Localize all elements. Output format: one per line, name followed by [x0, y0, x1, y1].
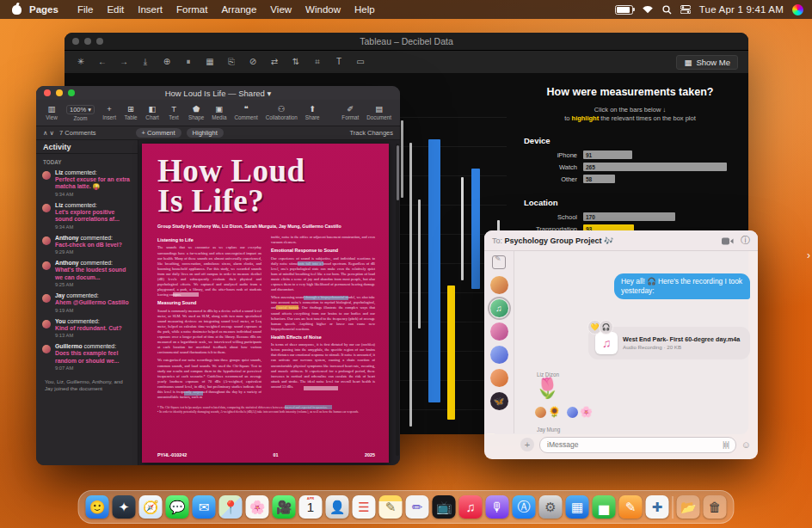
redo-icon[interactable]: →	[118, 57, 130, 67]
comment-item[interactable]: Anthony commented:Fact-check on dB level…	[36, 232, 138, 257]
bar-row-school[interactable]: School170	[522, 212, 738, 222]
sent-message-bubble[interactable]: Hey all! 🎧 Here's the recording I took y…	[614, 273, 750, 299]
search-icon[interactable]	[662, 5, 672, 15]
boxplot-bar[interactable]	[418, 200, 421, 328]
dock-pages[interactable]: ✎	[619, 495, 643, 519]
pause-updates-icon[interactable]: ⏸	[182, 57, 194, 67]
pages-toolbar-document[interactable]: ▤Document	[366, 105, 391, 120]
menu-edit[interactable]: Edit	[100, 4, 131, 15]
tableau-title-bar[interactable]: Tableau – Decibel Data	[65, 33, 748, 51]
dock-reminders[interactable]: ☰	[353, 495, 376, 519]
messages-title-bar[interactable]: To: Psychology Group Project 🎶 ⓘ	[484, 230, 758, 251]
pages-toolbar-view[interactable]: ▥View	[45, 105, 58, 120]
siri-icon[interactable]	[792, 4, 803, 15]
wifi-icon[interactable]	[642, 5, 654, 14]
emoji-picker-icon[interactable]: ☺	[741, 439, 751, 450]
battery-icon[interactable]	[615, 5, 633, 15]
minimize-button[interactable]	[56, 89, 63, 96]
comment-item[interactable]: Jay commented:Ahem @Guillermo Castillo9:…	[36, 290, 138, 315]
bar-mark[interactable]: 58	[583, 175, 615, 183]
conversation-avatar-0[interactable]	[490, 276, 508, 294]
labels-icon[interactable]: T	[333, 57, 345, 67]
conversation-avatar-2[interactable]	[490, 322, 508, 341]
bar-row-iphone[interactable]: iPhone91	[522, 150, 738, 160]
bar-row-watch[interactable]: Watch265	[522, 163, 738, 172]
new-data-source-icon[interactable]: ⊕	[161, 57, 173, 67]
highlight-button[interactable]: Highlight	[187, 128, 224, 138]
bar-mark[interactable]: 265	[583, 163, 727, 171]
dock-mail[interactable]: ✉	[193, 495, 216, 519]
dock-numbers[interactable]: ▅	[593, 495, 616, 519]
document-page[interactable]: How Loud Is Life? Group Study by Anthony…	[142, 144, 389, 463]
audio-message-icon[interactable]: |ı|ı|	[723, 440, 729, 449]
menu-view[interactable]: View	[263, 4, 298, 15]
bar-mark[interactable]: 170	[583, 212, 675, 221]
menu-help[interactable]: Help	[348, 4, 382, 15]
dock-downloads[interactable]: 📂	[677, 495, 700, 519]
menu-arrange[interactable]: Arrange	[214, 4, 263, 15]
clear-sheet-icon[interactable]: ⊘	[247, 57, 259, 67]
apple-menu-icon[interactable]	[12, 5, 22, 15]
undo-icon[interactable]: ←	[96, 57, 108, 67]
pages-toolbar-text[interactable]: TText	[167, 105, 181, 120]
pages-toolbar-shape[interactable]: ⬟Shape	[188, 105, 204, 120]
flower-reply[interactable]: 🌻	[535, 406, 561, 418]
facetime-video-icon[interactable]	[722, 233, 734, 249]
tableau-logo-icon[interactable]: ✳	[75, 57, 87, 67]
conversation-avatar-4[interactable]	[490, 369, 508, 387]
scrollbar-thumb[interactable]	[397, 145, 399, 200]
dock-photos[interactable]: 🌸	[246, 495, 269, 519]
new-worksheet-icon[interactable]: ▦	[204, 57, 216, 67]
show-me-button[interactable]: ▦ Show Me	[676, 55, 738, 70]
zoom-value[interactable]: 100% ▾	[66, 105, 95, 114]
close-button[interactable]	[44, 89, 51, 96]
pages-toolbar-table[interactable]: ⊞Table	[124, 105, 138, 120]
info-icon[interactable]: ⓘ	[741, 234, 750, 247]
dock-notes[interactable]: ✎	[379, 495, 403, 519]
comment-item[interactable]: Liz commented:Perfect excuse for an extr…	[36, 167, 138, 200]
sort-icon[interactable]: ⇅	[290, 57, 302, 67]
dock-freeform[interactable]: ✏	[406, 495, 429, 519]
dock-maps[interactable]: 📍	[219, 495, 243, 519]
dock-contacts[interactable]: 👤	[326, 495, 349, 519]
add-comment-button[interactable]: + Comment	[136, 128, 181, 138]
pages-toolbar-insert[interactable]: +Insert	[102, 105, 116, 120]
dock-keynote[interactable]: ▦	[566, 495, 589, 519]
dock-launchpad[interactable]: ✦	[113, 495, 136, 519]
control-center-icon[interactable]	[680, 5, 691, 14]
dock-settings[interactable]: ⚙	[539, 495, 563, 519]
app-menu-pages[interactable]: Pages	[29, 4, 58, 15]
dock-trash[interactable]: 🗑	[704, 495, 727, 519]
flower-reply[interactable]: 🌸	[567, 406, 593, 418]
menu-insert[interactable]: Insert	[131, 4, 169, 15]
pages-toolbar-media[interactable]: ▣Media	[212, 105, 226, 120]
pages-title-bar[interactable]: How Loud Is Life — Shared ▾	[36, 86, 400, 100]
comment-item[interactable]: Liz commented:Let's explore positive sou…	[36, 200, 138, 232]
dock-tv[interactable]: 📺	[433, 495, 456, 519]
dock-podcasts[interactable]: 🎙	[486, 495, 509, 519]
scrollbar[interactable]	[396, 144, 399, 456]
conversation-avatar-3[interactable]	[490, 346, 508, 364]
dock-music[interactable]: ♫	[459, 495, 483, 519]
pages-toolbar-zoom[interactable]: 100% ▾Zoom	[66, 105, 95, 121]
menu-file[interactable]: File	[71, 4, 101, 15]
comment-nav-chevrons[interactable]: ∧ ∨	[43, 129, 54, 137]
menu-format[interactable]: Format	[169, 4, 214, 15]
imessage-input[interactable]	[539, 437, 736, 453]
tableau-traffic-lights[interactable]	[72, 38, 103, 45]
dock-finder[interactable]: 🙂	[86, 495, 109, 519]
dock-calendar[interactable]: APR1	[299, 495, 323, 519]
pages-traffic-lights[interactable]	[44, 89, 75, 96]
pages-toolbar-share[interactable]: ⬆Share	[305, 105, 320, 120]
fit-icon[interactable]: ▭	[354, 57, 366, 67]
boxplot-bar[interactable]	[461, 177, 464, 280]
dock-facetime[interactable]: 🎥	[273, 495, 296, 519]
dock-safari[interactable]: 🧭	[139, 495, 163, 519]
pages-toolbar-chart[interactable]: ◧Chart	[145, 105, 159, 120]
dock-tableau[interactable]: ✚	[646, 495, 669, 519]
add-attachment-button[interactable]: +	[520, 438, 534, 451]
comment-item[interactable]: Anthony commented:What's the loudest sou…	[36, 257, 138, 290]
dock-messages[interactable]: 💬	[166, 495, 189, 519]
edge-chevron-icon[interactable]: ›	[807, 249, 810, 261]
pages-toolbar-format[interactable]: ✐Format	[341, 105, 359, 120]
